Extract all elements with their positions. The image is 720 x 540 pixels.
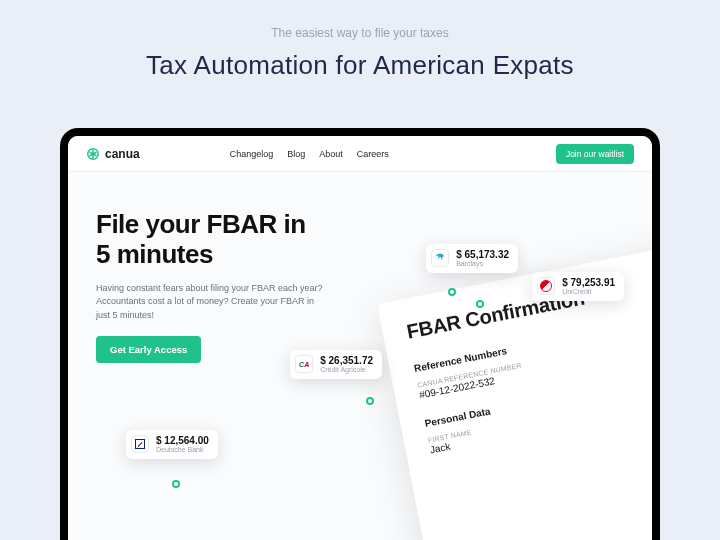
app-screen: canua Changelog Blog About Careers Join … [68, 136, 652, 540]
chip-bank: Deutsche Bank [156, 446, 209, 454]
chip-bank: UniCredit [562, 288, 615, 296]
brand-name: canua [105, 147, 140, 161]
device-frame: canua Changelog Blog About Careers Join … [60, 128, 660, 540]
barclays-icon [431, 249, 449, 267]
chip-amount: $ 79,253.91 [562, 277, 615, 288]
marker-icon [476, 300, 484, 308]
marker-icon [366, 397, 374, 405]
chip-amount: $ 12,564.00 [156, 435, 209, 446]
page-tagline: The easiest way to file your taxes [0, 26, 720, 40]
account-chip-unicredit: $ 79,253.91 UniCredit [532, 272, 624, 301]
nav-links: Changelog Blog About Careers [230, 149, 389, 159]
brand-logo[interactable]: canua [86, 147, 140, 161]
marker-icon [448, 288, 456, 296]
hero-title: File your FBAR in 5 minutes [96, 210, 356, 270]
chip-amount: $ 65,173.32 [456, 249, 509, 260]
unicredit-icon [537, 277, 555, 295]
account-chip-barclays: $ 65,173.32 Barclays [426, 244, 518, 273]
marker-icon [172, 480, 180, 488]
account-chip-deutsche: $ 12,564.00 Deutsche Bank [126, 430, 218, 459]
page-headline: Tax Automation for American Expats [0, 50, 720, 81]
hero-title-line1: File your FBAR in [96, 209, 306, 239]
hero-body: Having constant fears about filing your … [96, 282, 326, 323]
waitlist-button[interactable]: Join our waitlist [556, 144, 634, 164]
hero-section: File your FBAR in 5 minutes Having const… [96, 210, 356, 363]
nav-link-careers[interactable]: Careers [357, 149, 389, 159]
early-access-button[interactable]: Get Early Access [96, 336, 201, 363]
chip-bank: Credit Agricole [320, 366, 373, 374]
hero-title-line2: 5 minutes [96, 239, 213, 269]
chip-bank: Barclays [456, 260, 509, 268]
logo-icon [86, 147, 100, 161]
deutsche-bank-icon [131, 435, 149, 453]
nav-link-changelog[interactable]: Changelog [230, 149, 274, 159]
nav-link-about[interactable]: About [319, 149, 343, 159]
nav-link-blog[interactable]: Blog [287, 149, 305, 159]
navbar: canua Changelog Blog About Careers Join … [68, 136, 652, 172]
